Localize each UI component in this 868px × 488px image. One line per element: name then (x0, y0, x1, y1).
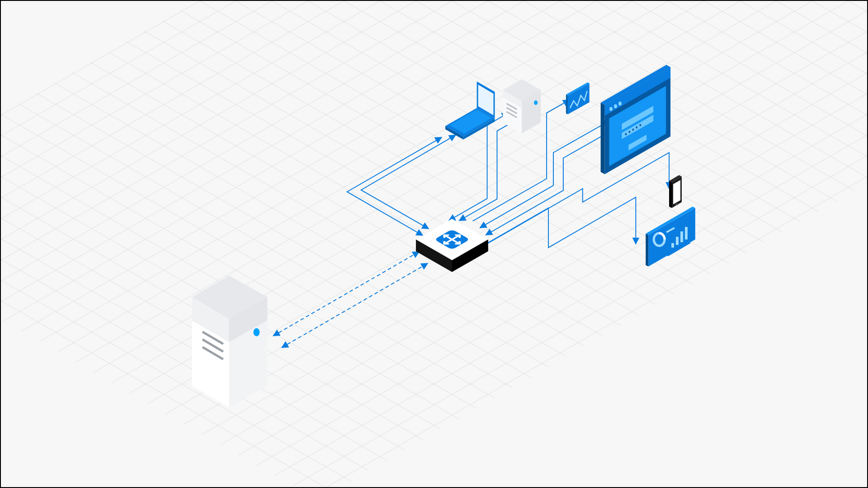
diagram-canvas (1, 1, 867, 487)
svg-point-54 (628, 131, 630, 133)
svg-point-49 (618, 102, 622, 106)
diagram-frame (0, 0, 868, 488)
svg-marker-60 (669, 181, 672, 208)
svg-point-53 (625, 133, 627, 135)
server-main-icon (192, 276, 267, 408)
svg-marker-44 (601, 103, 605, 174)
svg-point-63 (675, 203, 678, 205)
svg-point-36 (534, 100, 538, 105)
svg-point-47 (609, 107, 613, 111)
svg-point-56 (636, 126, 637, 128)
mobile-phone-icon (669, 175, 682, 208)
server-small-icon (503, 79, 541, 133)
svg-marker-41 (566, 94, 568, 114)
svg-point-48 (614, 104, 617, 108)
svg-marker-67 (646, 234, 648, 267)
svg-point-13 (253, 328, 259, 336)
svg-marker-62 (673, 180, 680, 205)
svg-point-57 (639, 124, 641, 126)
svg-point-55 (632, 128, 634, 131)
